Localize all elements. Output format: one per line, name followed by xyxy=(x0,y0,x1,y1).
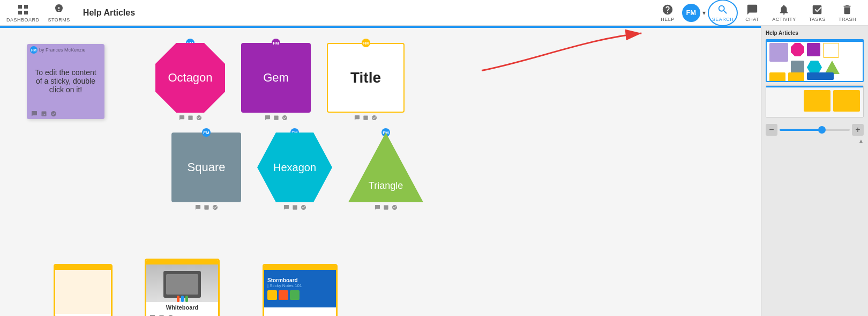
trash-label: TRASH xyxy=(839,17,856,22)
nav-left: DASHBOARD STORMS Help Articles xyxy=(6,3,655,23)
svg-rect-0 xyxy=(18,5,22,9)
hexagon-shape[interactable]: FM Hexagon xyxy=(257,133,332,210)
fm-badge: FM xyxy=(30,46,38,54)
help-icon xyxy=(662,4,674,16)
whiteboard-footer xyxy=(146,313,218,316)
check-circle-icon xyxy=(50,111,57,117)
title-fm-badge: FM xyxy=(362,39,370,47)
stormboard-thumb-title: Stormboard xyxy=(267,277,298,283)
svg-rect-3 xyxy=(24,11,28,14)
help-nav[interactable]: HELP xyxy=(655,2,680,24)
help-label: HELP xyxy=(661,17,675,22)
octagon-inner: Octagon xyxy=(155,43,225,113)
hexagon-inner: Hexagon xyxy=(257,133,332,202)
chevron-down-icon[interactable]: ▾ xyxy=(702,9,706,17)
title-shape[interactable]: FM Title xyxy=(327,43,405,121)
stormboard-thumb-subtitle: | Sticky Notes 101 xyxy=(267,283,302,288)
chat-nav[interactable]: CHAT xyxy=(740,2,765,24)
triangle-shape[interactable]: FM Triangle xyxy=(348,133,423,210)
activity-icon xyxy=(778,4,790,16)
title-inner: Title xyxy=(327,43,405,113)
gem-inner: Gem xyxy=(241,43,311,113)
trash-icon xyxy=(841,4,853,16)
zoom-plus-button[interactable]: + xyxy=(852,124,864,136)
zoom-control[interactable]: − + xyxy=(766,124,864,136)
search-icon xyxy=(717,4,729,16)
nav-right: HELP FM ▾ SEARCH CHAT ACTIVITY xyxy=(655,0,862,26)
tasks-nav[interactable]: TASKS xyxy=(804,2,831,24)
avatar[interactable]: FM xyxy=(682,4,700,22)
square-shape[interactable]: FM Square xyxy=(171,133,241,210)
gem-shape[interactable]: FM Gem xyxy=(241,43,311,121)
canvas-area[interactable]: FM by Frances McKenzie To edit the conte… xyxy=(0,26,761,316)
thumbnail-active-inner xyxy=(767,40,863,81)
thumbnail-label: Help Articles xyxy=(766,30,864,36)
dashboard-label: DASHBOARD xyxy=(6,17,40,23)
search-label: SEARCH xyxy=(712,17,734,22)
chat-icon xyxy=(746,4,758,16)
scroll-up-button[interactable]: ▲ xyxy=(858,138,864,144)
stormboard-card[interactable]: Stormboard | Sticky Notes 101 xyxy=(263,264,338,316)
search-nav[interactable]: SEARCH xyxy=(708,0,738,26)
purple-sticky[interactable]: FM by Frances McKenzie To edit the conte… xyxy=(27,44,104,119)
storms-nav[interactable]: STORMS xyxy=(48,3,70,23)
activity-nav[interactable]: ACTIVITY xyxy=(767,2,802,24)
zoom-minus-button[interactable]: − xyxy=(766,124,777,136)
dashboard-icon xyxy=(17,3,29,16)
image-icon xyxy=(41,111,47,117)
storms-icon xyxy=(53,3,65,16)
sticky-footer xyxy=(27,108,104,119)
gem-fm-badge: FM xyxy=(272,39,280,47)
octagon-shape[interactable]: FM Octagon xyxy=(155,43,225,121)
thumbnail-panel: Help Articles xyxy=(761,26,868,316)
help-card-partial[interactable] xyxy=(54,264,113,316)
page-title: Help Articles xyxy=(83,8,135,18)
thumbnail-active[interactable] xyxy=(766,39,864,82)
top-navigation: DASHBOARD STORMS Help Articles HELP FM ▾… xyxy=(0,0,868,26)
svg-rect-1 xyxy=(24,5,28,9)
square-inner: Square xyxy=(171,133,241,202)
whiteboard-thumbnail xyxy=(146,264,218,302)
title-footer xyxy=(354,115,377,121)
hexagon-footer xyxy=(283,204,306,210)
octagon-footer xyxy=(179,115,202,121)
sticky-author: FM by Frances McKenzie xyxy=(27,44,104,54)
activity-label: ACTIVITY xyxy=(772,17,796,22)
avatar-group[interactable]: FM ▾ xyxy=(682,4,706,22)
triangle-footer xyxy=(375,204,398,210)
trash-nav[interactable]: TRASH xyxy=(833,2,862,24)
gem-footer xyxy=(265,115,288,121)
stormboard-thumbnail: Stormboard | Sticky Notes 101 xyxy=(264,270,336,307)
zoom-slider-fill xyxy=(780,129,822,131)
scroll-up-control[interactable]: ▲ xyxy=(766,138,864,144)
tasks-icon xyxy=(811,4,823,16)
sticky-content: To edit the content of a sticky, double … xyxy=(27,54,104,108)
square-fm-badge: FM xyxy=(202,128,211,137)
svg-rect-2 xyxy=(18,11,22,14)
comment-icon xyxy=(31,111,38,117)
triangle-inner: Triangle xyxy=(348,133,423,202)
square-footer xyxy=(195,204,218,210)
tasks-label: TASKS xyxy=(809,17,826,22)
zoom-slider-track[interactable] xyxy=(780,129,850,131)
whiteboard-title: Whiteboard xyxy=(146,302,218,313)
zoom-slider-thumb[interactable] xyxy=(818,126,826,134)
storms-label: STORMS xyxy=(48,17,70,23)
whiteboard-card[interactable]: Whiteboard xyxy=(145,259,220,316)
thumbnail-secondary[interactable] xyxy=(766,85,864,117)
dashboard-nav[interactable]: DASHBOARD xyxy=(6,3,40,23)
main-area: FM by Frances McKenzie To edit the conte… xyxy=(0,26,868,316)
chat-label: CHAT xyxy=(745,17,759,22)
